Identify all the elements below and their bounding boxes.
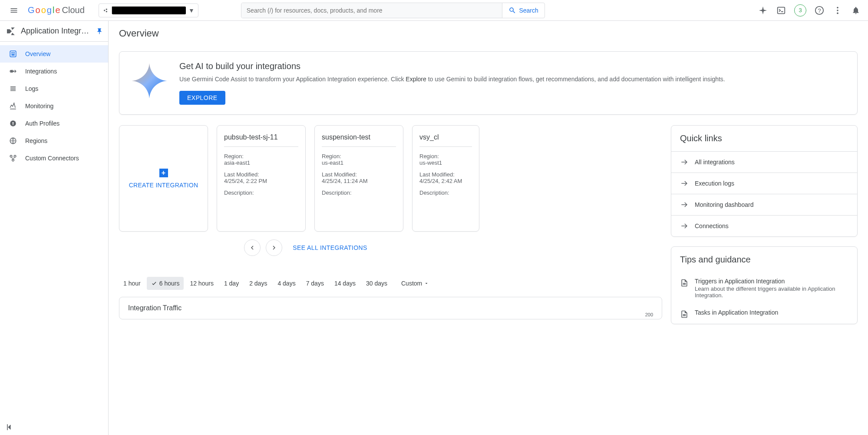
gemini-spark-icon: [130, 61, 169, 100]
sidebar-title: Application Integr…: [21, 27, 91, 36]
svg-point-0: [104, 10, 105, 11]
tip-item[interactable]: Tasks in Application Integration: [671, 304, 857, 324]
sidebar-nav: Overview Integrations Logs Monitoring Au…: [0, 42, 108, 167]
plus-icon: +: [159, 169, 168, 177]
sidebar-item-auth-profiles[interactable]: Auth Profiles: [0, 115, 108, 132]
card-title: vsy_cl: [419, 133, 472, 147]
arrow-right-icon: [680, 200, 689, 209]
sidebar-item-regions[interactable]: Regions: [0, 132, 108, 149]
pin-icon[interactable]: [96, 28, 103, 35]
create-integration-label: CREATE INTEGRATION: [129, 182, 198, 189]
tip-desc: Learn about the different triggers avail…: [695, 286, 848, 299]
sidebar-header: Application Integr…: [0, 21, 108, 42]
time-range-option[interactable]: 12 hours: [185, 277, 218, 290]
more-icon[interactable]: [832, 5, 843, 16]
project-name: ████████████: [112, 7, 186, 14]
time-range-selector: 1 hour 6 hours 12 hours 1 day 2 days 4 d…: [119, 277, 662, 290]
chart-ytick: 200: [645, 312, 653, 317]
overview-icon: [9, 50, 17, 58]
collapse-sidebar[interactable]: [5, 423, 14, 432]
integration-card[interactable]: suspension-test Region:us-east1 Last Mod…: [314, 125, 403, 232]
quick-links-title: Quick links: [671, 126, 857, 151]
tips-panel: Tips and guidance Triggers in Applicatio…: [671, 246, 858, 324]
search-container: Search: [241, 3, 545, 18]
quick-link-execution-logs[interactable]: Execution logs: [671, 173, 857, 194]
time-range-option[interactable]: 14 days: [330, 277, 360, 290]
project-picker[interactable]: ████████████ ▼: [99, 3, 198, 17]
tips-title: Tips and guidance: [671, 247, 857, 272]
svg-rect-16: [13, 123, 13, 125]
project-icon: [102, 7, 109, 14]
sidebar-item-overview[interactable]: Overview: [0, 45, 108, 63]
card-title: pubsub-test-sj-11: [224, 133, 298, 147]
sidebar-item-monitoring[interactable]: Monitoring: [0, 97, 108, 115]
logo-cloud-text: Cloud: [62, 5, 85, 15]
sidebar-item-label: Regions: [25, 137, 47, 144]
sidebar-item-label: Custom Connectors: [25, 155, 79, 162]
time-range-option[interactable]: 7 days: [302, 277, 328, 290]
search-button[interactable]: Search: [502, 3, 544, 18]
app-integration-icon: [5, 26, 16, 37]
header-actions: 3 ?: [758, 4, 865, 17]
sidebar-item-label: Logs: [25, 85, 38, 92]
check-icon: [151, 280, 157, 286]
quick-link-all-integrations[interactable]: All integrations: [671, 151, 857, 173]
create-integration-card[interactable]: + CREATE INTEGRATION: [119, 125, 208, 232]
search-button-label: Search: [519, 7, 538, 14]
integration-card[interactable]: pubsub-test-sj-11 Region:asia-east1 Last…: [217, 125, 306, 232]
svg-rect-11: [13, 52, 15, 53]
svg-point-20: [12, 159, 14, 161]
ai-banner-title: Get AI to build your integrations: [179, 61, 725, 71]
regions-icon: [9, 136, 17, 145]
main-content: Overview Get AI to build your integratio…: [109, 21, 868, 435]
sidebar-item-label: Overview: [25, 50, 50, 57]
help-icon[interactable]: ?: [814, 5, 825, 16]
svg-text:?: ?: [818, 7, 821, 13]
connectors-icon: [9, 154, 17, 163]
quick-link-monitoring-dashboard[interactable]: Monitoring dashboard: [671, 194, 857, 215]
svg-rect-3: [778, 7, 785, 13]
integration-card[interactable]: vsy_cl Region:us-west1 Last Modified:4/2…: [412, 125, 479, 232]
integration-traffic-chart: Integration Traffic 200: [119, 297, 662, 319]
document-icon: [680, 279, 689, 287]
notifications-icon[interactable]: [851, 5, 861, 16]
svg-point-1: [106, 8, 107, 10]
sidebar-item-logs[interactable]: Logs: [0, 80, 108, 97]
time-range-option[interactable]: 1 hour: [119, 277, 145, 290]
gemini-icon[interactable]: [758, 5, 768, 16]
svg-rect-10: [11, 52, 13, 53]
time-range-custom[interactable]: Custom: [397, 277, 433, 290]
tip-item[interactable]: Triggers in Application Integration Lear…: [671, 272, 857, 304]
tip-title: Triggers in Application Integration: [695, 278, 848, 285]
chart-title: Integration Traffic: [128, 304, 653, 312]
next-button[interactable]: [266, 239, 282, 256]
free-trial-badge[interactable]: 3: [794, 4, 806, 17]
time-range-option[interactable]: 4 days: [273, 277, 300, 290]
sidebar-item-custom-connectors[interactable]: Custom Connectors: [0, 149, 108, 167]
page-title: Overview: [109, 21, 868, 51]
search-input[interactable]: [241, 3, 502, 18]
svg-rect-12: [11, 54, 15, 56]
chevron-left-icon: [249, 244, 256, 251]
time-range-option[interactable]: 1 day: [220, 277, 243, 290]
cloud-shell-icon[interactable]: [776, 5, 786, 16]
time-range-option[interactable]: 30 days: [362, 277, 392, 290]
time-range-option[interactable]: 6 hours: [147, 277, 184, 290]
integrations-icon: [9, 67, 17, 76]
time-range-option[interactable]: 2 days: [245, 277, 271, 290]
prev-button[interactable]: [244, 239, 261, 256]
integration-cards: + CREATE INTEGRATION pubsub-test-sj-11 R…: [119, 125, 662, 232]
svg-point-8: [837, 12, 838, 14]
card-title: suspension-test: [322, 133, 396, 147]
svg-point-15: [13, 122, 14, 123]
svg-point-2: [106, 11, 107, 12]
hamburger-menu[interactable]: [3, 0, 24, 21]
caret-down-icon: ▼: [188, 7, 195, 14]
quick-link-connections[interactable]: Connections: [671, 215, 857, 236]
top-header: Google Cloud ████████████ ▼ Search 3 ?: [0, 0, 868, 21]
google-cloud-logo[interactable]: Google Cloud: [28, 5, 85, 15]
sidebar-item-integrations[interactable]: Integrations: [0, 63, 108, 80]
see-all-integrations-link[interactable]: SEE ALL INTEGRATIONS: [293, 244, 367, 251]
svg-point-6: [837, 7, 838, 8]
explore-button[interactable]: EXPLORE: [179, 91, 225, 105]
